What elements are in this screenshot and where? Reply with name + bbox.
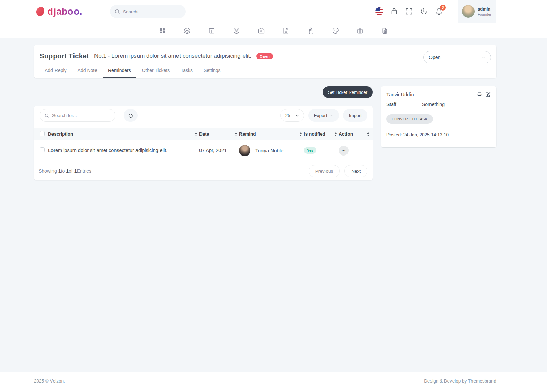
cart-button[interactable] (390, 7, 398, 15)
notifications-button[interactable]: 3 (435, 7, 443, 15)
ticket-status-select[interactable]: Open (423, 51, 491, 63)
staff-value: Something (422, 102, 445, 107)
fullscreen-button[interactable] (405, 7, 413, 15)
us-flag-icon (375, 7, 383, 15)
nav-layouts-icon[interactable] (208, 27, 215, 34)
chevron-down-icon (295, 114, 299, 118)
global-search-input[interactable] (123, 9, 181, 14)
set-ticket-reminder-button[interactable]: Set Ticket Reminder (323, 86, 373, 98)
nav-layers-icon[interactable] (184, 27, 191, 34)
ticket-tabs: Add Reply Add Note Reminders Other Ticke… (39, 64, 226, 78)
reminders-table-card: 25 Export Import Description Date Re (34, 106, 373, 180)
footer-copyright: 2025 © Velzon. (34, 378, 65, 384)
import-label: Import (349, 113, 362, 118)
export-label: Export (314, 113, 327, 118)
nav-pages-icon[interactable] (282, 27, 290, 34)
staff-label: Staff (386, 102, 422, 107)
notification-count-badge: 3 (440, 5, 446, 11)
is-notified-badge: Yes (304, 147, 316, 154)
chevron-down-icon (481, 55, 486, 60)
user-menu[interactable]: admin Founder (458, 0, 496, 23)
pagination-summary: Showing1to1of1Entries (39, 168, 93, 174)
nav-mailbox-icon[interactable] (258, 27, 265, 34)
remind-name: Tonya Noble (255, 148, 283, 153)
convert-to-task-button[interactable]: CONVERT TO TASK (386, 114, 433, 124)
fullscreen-icon (405, 8, 413, 15)
ticket-status-select-value: Open (429, 55, 440, 60)
page-footer: 2025 © Velzon. Design & Develop by Theme… (0, 372, 547, 392)
logo-text: djaboo. (47, 6, 82, 17)
refresh-icon (128, 113, 133, 118)
tab-reminders[interactable]: Reminders (103, 64, 136, 78)
topbar: djaboo. 3 admin (0, 0, 547, 23)
app-root: djaboo. 3 admin (0, 0, 547, 392)
tab-add-note[interactable]: Add Note (72, 64, 103, 78)
sort-remind[interactable] (300, 132, 302, 136)
printer-icon (477, 92, 482, 98)
posted-timestamp: Posted: 24 Jan, 2025 14:13:10 (386, 132, 491, 137)
ticket-details-card: Tanvir Uddin Staff Something CONVERT TO … (381, 86, 496, 147)
user-name: admin (478, 6, 491, 12)
table-toolbar: 25 Export Import (34, 106, 373, 122)
user-avatar (462, 5, 475, 18)
sort-date[interactable] (235, 132, 237, 136)
global-search[interactable] (110, 5, 186, 18)
search-icon (114, 9, 120, 14)
tab-tasks[interactable]: Tasks (175, 64, 198, 78)
column-description-label: Description (48, 131, 73, 137)
ticket-subtitle: No.1 - Lorem ipsum dolor sit amet consec… (94, 53, 251, 59)
table-search[interactable] (40, 109, 115, 122)
column-remind[interactable]: Remind (239, 131, 304, 137)
assignee-name: Tanvir Uddin (386, 92, 414, 97)
user-role: Founder (478, 12, 491, 17)
page-size-value: 25 (285, 113, 290, 118)
table-row: Lorem ipsum dolor sit amet consectetur a… (34, 140, 373, 161)
column-date-label: Date (199, 131, 209, 137)
remind-avatar (239, 145, 250, 156)
sort-description[interactable] (195, 132, 197, 136)
column-action[interactable]: Action (339, 131, 373, 137)
row-actions-button[interactable] (339, 146, 349, 156)
logo-heart-icon (34, 5, 46, 18)
topbar-actions: 3 (375, 0, 443, 23)
print-button[interactable] (477, 92, 482, 98)
refresh-button[interactable] (124, 109, 138, 122)
page-size-select[interactable]: 25 (280, 109, 304, 122)
edit-icon (485, 92, 491, 98)
moon-icon (420, 8, 427, 15)
column-remind-label: Remind (239, 131, 256, 137)
tab-other-tickets[interactable]: Other Tickets (136, 64, 175, 78)
shopping-bag-icon (391, 8, 398, 15)
dark-mode-button[interactable] (420, 7, 428, 15)
row-date: 07 Apr, 2021 (199, 148, 227, 153)
next-page-button[interactable]: Next (344, 165, 367, 177)
logo[interactable]: djaboo. (34, 0, 82, 23)
previous-page-button[interactable]: Previous (309, 165, 340, 177)
edit-button[interactable] (485, 92, 491, 98)
tab-settings[interactable]: Settings (198, 64, 226, 78)
nav-palette-icon[interactable] (332, 27, 339, 34)
ticket-status-badge: Open (256, 53, 273, 59)
nav-invoices-icon[interactable] (381, 27, 388, 34)
row-description: Lorem ipsum dolor sit amet consectetur a… (48, 148, 167, 153)
sort-action[interactable] (367, 132, 369, 136)
select-all-checkbox[interactable] (40, 131, 45, 136)
table-header-row: Description Date Remind Is notified Acti… (34, 128, 373, 140)
row-checkbox[interactable] (40, 147, 45, 152)
column-is-notified[interactable]: Is notified (304, 131, 339, 137)
column-date[interactable]: Date (199, 131, 239, 137)
export-button[interactable]: Export (308, 109, 339, 122)
tab-add-reply[interactable]: Add Reply (39, 64, 72, 78)
column-action-label: Action (339, 131, 353, 137)
sort-is-notified[interactable] (335, 132, 337, 136)
column-description[interactable]: Description (48, 131, 199, 137)
nav-jobs-icon[interactable] (357, 27, 364, 34)
table-search-input[interactable] (52, 113, 111, 118)
chevron-down-icon (330, 114, 333, 117)
nav-account-icon[interactable] (233, 27, 240, 34)
language-flag-button[interactable] (375, 7, 383, 15)
page-title: Support Ticket (40, 52, 89, 60)
import-button[interactable]: Import (343, 109, 367, 122)
nav-rocket-icon[interactable] (307, 27, 314, 34)
nav-dashboards-icon[interactable] (159, 27, 166, 34)
